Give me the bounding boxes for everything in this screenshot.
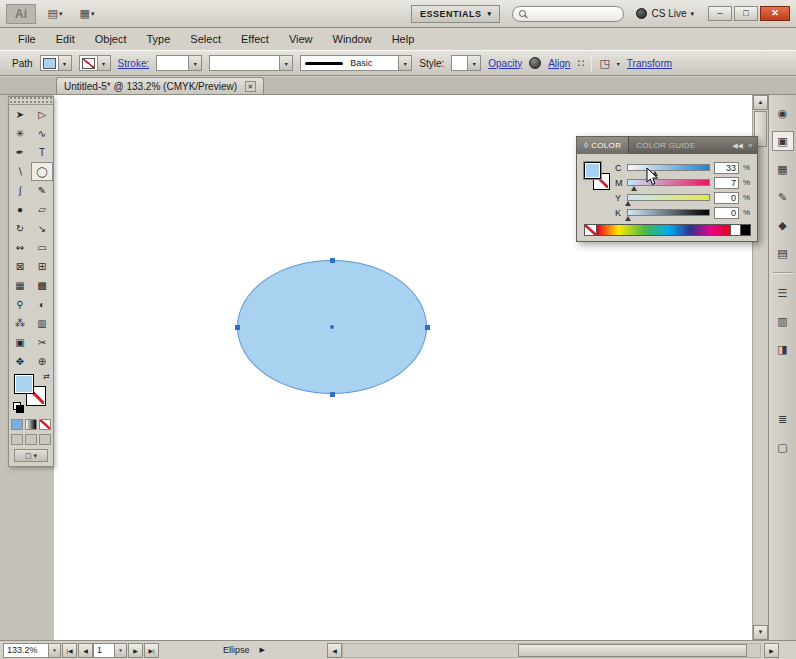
search-input[interactable] bbox=[530, 8, 617, 19]
dock-graphic-styles-icon[interactable]: ▤ bbox=[773, 244, 793, 262]
cyan-slider[interactable] bbox=[627, 164, 710, 171]
menu-object[interactable]: Object bbox=[85, 30, 137, 48]
direct-selection-tool[interactable]: ▷ bbox=[31, 105, 53, 124]
stroke-color-dropdown[interactable]: ▾ bbox=[79, 55, 111, 71]
blend-tool[interactable]: ◐ bbox=[31, 295, 53, 314]
gradient-tool[interactable]: ▩ bbox=[31, 276, 53, 295]
free-transform-tool[interactable]: ▭ bbox=[31, 238, 53, 257]
anchor-point-top[interactable] bbox=[330, 258, 335, 263]
scroll-right-button[interactable]: ▶ bbox=[764, 643, 779, 658]
menu-type[interactable]: Type bbox=[137, 30, 181, 48]
recolor-artwork-icon[interactable] bbox=[529, 57, 541, 69]
zoom-tool[interactable]: ⊕ bbox=[31, 352, 53, 371]
close-button[interactable]: ✕ bbox=[760, 6, 790, 21]
tab-color-guide[interactable]: COLOR GUIDE bbox=[629, 137, 702, 154]
transform-icon[interactable]: ◳ bbox=[599, 57, 609, 70]
fill-swatch[interactable] bbox=[14, 374, 34, 394]
dock-swatches-icon[interactable]: ▦ bbox=[773, 160, 793, 178]
yellow-slider[interactable] bbox=[627, 194, 710, 201]
graphic-style-dropdown[interactable]: ▾ bbox=[451, 55, 481, 71]
anchor-point-left[interactable] bbox=[235, 325, 240, 330]
swap-fill-stroke-icon[interactable]: ⇄ bbox=[43, 372, 50, 381]
horizontal-scrollbar[interactable] bbox=[342, 643, 761, 658]
tab-close-icon[interactable]: ✕ bbox=[245, 81, 256, 92]
panel-menu-icon[interactable]: ≡ bbox=[748, 142, 752, 149]
arrange-documents-button[interactable]: ▤ ▾ bbox=[42, 4, 68, 24]
stroke-panel-link[interactable]: Stroke: bbox=[118, 58, 150, 69]
default-fill-stroke-icon[interactable] bbox=[13, 402, 24, 413]
menu-edit[interactable]: Edit bbox=[46, 30, 85, 48]
black-slider-thumb[interactable] bbox=[625, 216, 631, 221]
zoom-level-dropdown[interactable]: 133.2% ▾ bbox=[3, 643, 61, 658]
minimize-button[interactable]: – bbox=[708, 6, 732, 21]
selection-tool[interactable]: ➤ bbox=[9, 105, 31, 124]
panel-fill-swatch[interactable] bbox=[584, 162, 601, 179]
black-value-field[interactable]: 0 bbox=[714, 207, 739, 219]
status-indicator[interactable]: Ellipse ▶ bbox=[164, 643, 324, 658]
line-segment-tool[interactable]: ∖ bbox=[9, 162, 31, 181]
status-menu-icon[interactable]: ▶ bbox=[260, 646, 265, 654]
none-swatch[interactable] bbox=[584, 224, 597, 236]
menu-help[interactable]: Help bbox=[382, 30, 425, 48]
dock-color-icon[interactable]: ▣ bbox=[773, 132, 793, 150]
draw-inside-button[interactable] bbox=[39, 434, 51, 445]
document-tab[interactable]: Untitled-5* @ 133.2% (CMYK/Preview) ✕ bbox=[56, 77, 264, 94]
mesh-tool[interactable]: ▦ bbox=[9, 276, 31, 295]
magenta-value-field[interactable]: 7 bbox=[714, 177, 739, 189]
draw-behind-button[interactable] bbox=[25, 434, 37, 445]
transform-link[interactable]: Transform bbox=[627, 58, 672, 69]
anchor-point-bottom[interactable] bbox=[330, 392, 335, 397]
last-artboard-button[interactable]: ▶| bbox=[144, 643, 159, 658]
panel-grip[interactable] bbox=[9, 97, 53, 105]
first-artboard-button[interactable]: |◀ bbox=[62, 643, 77, 658]
brush-definition-dropdown[interactable]: Basic ▾ bbox=[300, 55, 412, 71]
dock-artboards-icon[interactable]: ▢ bbox=[773, 438, 793, 456]
screen-mode-button[interactable]: ▢ ▾ bbox=[14, 449, 48, 462]
menu-select[interactable]: Select bbox=[180, 30, 231, 48]
previous-artboard-button[interactable]: ◀ bbox=[78, 643, 93, 658]
magenta-slider[interactable] bbox=[627, 179, 710, 186]
gradient-mode-button[interactable] bbox=[25, 419, 37, 430]
menu-effect[interactable]: Effect bbox=[231, 30, 279, 48]
dock-symbols-icon[interactable]: ◆ bbox=[773, 216, 793, 234]
screen-layout-button[interactable]: ▦ ▾ bbox=[74, 4, 100, 24]
cyan-value-field[interactable]: 33 bbox=[714, 162, 739, 174]
width-tool[interactable]: ↭ bbox=[9, 238, 31, 257]
paintbrush-tool[interactable]: ∫ bbox=[9, 181, 31, 200]
yellow-slider-thumb[interactable] bbox=[625, 201, 631, 206]
color-spectrum-bar[interactable] bbox=[597, 224, 731, 236]
dock-appearance-icon[interactable]: ◉ bbox=[773, 104, 793, 122]
ellipse-tool[interactable]: ◯ bbox=[31, 162, 53, 181]
dock-transparency-icon[interactable]: ◨ bbox=[773, 340, 793, 358]
fill-color-dropdown[interactable]: ▾ bbox=[40, 55, 72, 71]
cyan-slider-thumb[interactable] bbox=[652, 171, 658, 176]
dock-stroke-icon[interactable]: ☰ bbox=[773, 284, 793, 302]
scale-tool[interactable]: ↘ bbox=[31, 219, 53, 238]
black-swatch[interactable] bbox=[741, 224, 751, 236]
symbol-sprayer-tool[interactable]: ⁂ bbox=[9, 314, 31, 333]
draw-normal-button[interactable] bbox=[11, 434, 23, 445]
black-slider[interactable] bbox=[627, 209, 710, 216]
align-link[interactable]: Align bbox=[548, 58, 570, 69]
menu-file[interactable]: File bbox=[8, 30, 46, 48]
rotate-tool[interactable]: ↻ bbox=[9, 219, 31, 238]
lasso-tool[interactable]: ∿ bbox=[31, 124, 53, 143]
magenta-slider-thumb[interactable] bbox=[631, 186, 637, 191]
color-mode-button[interactable] bbox=[11, 419, 23, 430]
slice-tool[interactable]: ✂ bbox=[31, 333, 53, 352]
type-tool[interactable]: T bbox=[31, 143, 53, 162]
dock-brushes-icon[interactable]: ✎ bbox=[773, 188, 793, 206]
white-swatch[interactable] bbox=[731, 224, 741, 236]
scroll-down-button[interactable]: ▼ bbox=[753, 625, 768, 640]
scroll-left-button[interactable]: ◀ bbox=[327, 643, 342, 658]
pencil-tool[interactable]: ✎ bbox=[31, 181, 53, 200]
artboard-number-dropdown[interactable]: 1 ▾ bbox=[93, 643, 127, 658]
eraser-tool[interactable]: ▱ bbox=[31, 200, 53, 219]
column-graph-tool[interactable]: ▥ bbox=[31, 314, 53, 333]
none-mode-button[interactable] bbox=[39, 419, 51, 430]
tab-color[interactable]: ◊ COLOR bbox=[577, 137, 629, 154]
scroll-up-button[interactable]: ▲ bbox=[753, 95, 768, 110]
perspective-grid-tool[interactable]: ⊞ bbox=[31, 257, 53, 276]
search-field[interactable] bbox=[512, 6, 624, 22]
anchor-point-right[interactable] bbox=[425, 325, 430, 330]
